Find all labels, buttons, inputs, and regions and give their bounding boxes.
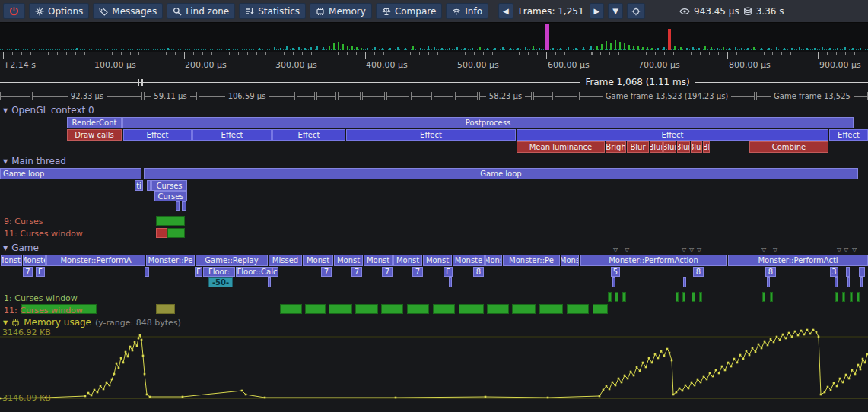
zone-bar[interactable] bbox=[355, 304, 378, 314]
zone-bar[interactable]: Draw calls bbox=[67, 129, 122, 141]
frame-separator[interactable] bbox=[455, 92, 478, 100]
zone-marker-icon[interactable]: ▽ bbox=[613, 246, 618, 253]
collapse-icon[interactable]: ▼ bbox=[3, 245, 8, 252]
frame-separator[interactable] bbox=[362, 92, 385, 100]
zone-bar[interactable]: Effect bbox=[192, 129, 272, 141]
frame-separator[interactable]: 59.11 μs bbox=[144, 92, 197, 100]
zone-bar[interactable] bbox=[329, 304, 352, 314]
zone-bar[interactable]: Effect bbox=[123, 129, 192, 141]
zone-bar[interactable]: Floor: bbox=[203, 267, 235, 277]
zone-bar[interactable] bbox=[449, 277, 452, 287]
zone-bar[interactable]: F bbox=[36, 267, 45, 277]
zone-bar[interactable] bbox=[612, 277, 615, 287]
zone-bar[interactable]: Brigh bbox=[606, 141, 626, 153]
zone-bar[interactable]: Mean luminance bbox=[517, 141, 605, 153]
zone-bar[interactable]: ti bbox=[135, 180, 143, 191]
zone-bar[interactable]: F bbox=[195, 267, 202, 277]
zone-bar[interactable]: Blur bbox=[627, 141, 649, 153]
zone-bar[interactable] bbox=[860, 277, 863, 287]
frame-separator[interactable] bbox=[555, 92, 577, 100]
zone-bar[interactable]: 5 bbox=[611, 267, 620, 277]
memory-usage-plot[interactable] bbox=[0, 327, 868, 403]
frame-separator[interactable] bbox=[386, 92, 409, 100]
messages-button[interactable]: Messages bbox=[93, 3, 163, 19]
zone-bar[interactable]: 7 bbox=[321, 267, 332, 277]
zone-bar[interactable]: 7 bbox=[382, 267, 393, 277]
zone-bar[interactable]: Blur bbox=[650, 141, 663, 153]
zone-marker-icon[interactable]: ▽ bbox=[625, 246, 629, 253]
zone-bar[interactable]: Monste bbox=[23, 255, 46, 266]
zone-marker-icon[interactable]: ▽ bbox=[852, 246, 857, 253]
collapse-icon[interactable]: ▼ bbox=[3, 319, 8, 326]
frame-separator[interactable]: 58.23 μs bbox=[479, 92, 532, 100]
zone-bar[interactable] bbox=[280, 304, 302, 314]
zone-bar[interactable]: Game loop bbox=[0, 168, 141, 179]
zone-bar[interactable] bbox=[539, 304, 563, 314]
zone-bar[interactable] bbox=[857, 292, 860, 302]
zone-bar[interactable]: Mons bbox=[561, 255, 579, 266]
zone-bar[interactable]: Bl bbox=[703, 141, 710, 153]
zone-bar[interactable]: Effect bbox=[272, 129, 345, 141]
zone-bar[interactable] bbox=[145, 267, 149, 277]
zone-bar[interactable]: Blur bbox=[663, 141, 676, 153]
zone-bar[interactable] bbox=[305, 304, 326, 314]
lock-label-9-curses[interactable]: 9: Curses bbox=[4, 217, 43, 227]
zone-bar[interactable]: Floor::Calc bbox=[236, 267, 278, 277]
zone-marker-icon[interactable]: ▽ bbox=[682, 246, 686, 253]
zone-bar[interactable] bbox=[608, 292, 612, 302]
zone-marker-icon[interactable]: ▽ bbox=[689, 246, 694, 253]
lock-label-1-curses-window-game[interactable]: 1: Curses window bbox=[4, 293, 78, 303]
zone-bar[interactable]: 3 bbox=[830, 267, 838, 277]
zone-bar[interactable]: 8 bbox=[765, 267, 776, 277]
frame-separator[interactable]: Game frame 13,525 bbox=[756, 92, 868, 100]
zone-bar[interactable]: -50- bbox=[208, 277, 233, 287]
find-zone-button[interactable]: Find zone bbox=[167, 3, 235, 19]
zone-bar[interactable]: Mons bbox=[485, 255, 502, 266]
collapse-icon[interactable]: ▼ bbox=[3, 158, 8, 165]
prev-frame-button[interactable]: ◀ bbox=[498, 3, 513, 19]
memory-button[interactable]: Memory bbox=[310, 3, 372, 19]
frame-separator[interactable]: 106.59 μs bbox=[199, 92, 295, 100]
zone-bar[interactable] bbox=[433, 304, 455, 314]
zone-bar[interactable]: Monste bbox=[453, 255, 485, 266]
section-memory-usage[interactable]: ▼ Memory usage (y-range: 848 bytes) bbox=[3, 317, 181, 328]
zone-bar[interactable] bbox=[835, 292, 838, 302]
zone-marker-icon[interactable]: ▽ bbox=[697, 246, 701, 253]
zone-bar[interactable]: Effect bbox=[829, 129, 868, 141]
zone-bar[interactable]: Monst bbox=[303, 255, 333, 266]
zone-bar[interactable] bbox=[512, 304, 536, 314]
zone-bar[interactable]: Monst bbox=[393, 255, 422, 266]
zone-bar[interactable]: Monster::Pe bbox=[503, 255, 560, 266]
next-frame-button[interactable]: ▶ bbox=[590, 3, 605, 19]
zone-bar[interactable] bbox=[156, 228, 167, 238]
zone-bar[interactable] bbox=[593, 304, 608, 314]
zone-bar[interactable]: Monste bbox=[1, 255, 22, 266]
zone-bar[interactable]: RenderCont bbox=[67, 117, 122, 128]
frame-separator[interactable] bbox=[338, 92, 361, 100]
lock-label-11-curses-window-main[interactable]: 11: Curses window bbox=[4, 229, 83, 239]
collapse-icon[interactable]: ▼ bbox=[3, 107, 8, 114]
zone-bar[interactable]: Missed bbox=[269, 255, 302, 266]
zone-bar[interactable] bbox=[176, 201, 180, 211]
zone-bar[interactable]: Combine bbox=[749, 141, 828, 153]
zone-bar[interactable]: 8 bbox=[693, 267, 704, 277]
zone-bar[interactable] bbox=[683, 277, 686, 287]
compare-button[interactable]: Compare bbox=[376, 3, 442, 19]
zone-bar[interactable] bbox=[682, 292, 685, 302]
zone-bar[interactable] bbox=[407, 304, 429, 314]
zone-bar[interactable]: Curses bbox=[154, 191, 187, 201]
zone-bar[interactable] bbox=[699, 292, 702, 302]
frame-separator[interactable] bbox=[297, 92, 315, 100]
current-frame-label[interactable]: Frame 1,068 (1.11 ms) bbox=[580, 77, 695, 87]
zone-bar[interactable]: Monster::PerformActi bbox=[728, 255, 868, 266]
zone-bar[interactable]: 7 bbox=[351, 267, 362, 277]
section-game[interactable]: ▼ Game bbox=[3, 242, 39, 253]
goto-frame-button[interactable] bbox=[627, 3, 645, 19]
info-button[interactable]: Info bbox=[446, 3, 488, 19]
zone-bar[interactable] bbox=[156, 304, 175, 314]
zone-bar[interactable] bbox=[859, 267, 865, 277]
zone-bar[interactable] bbox=[835, 277, 838, 287]
zone-bar[interactable]: 8 bbox=[473, 267, 484, 277]
zone-bar[interactable] bbox=[268, 277, 271, 287]
zone-bar[interactable] bbox=[850, 292, 853, 302]
